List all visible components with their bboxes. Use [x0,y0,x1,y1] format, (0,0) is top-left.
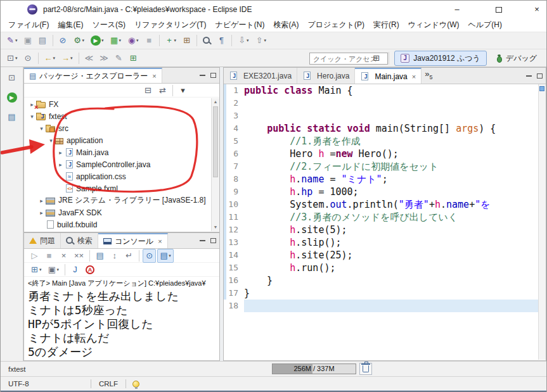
relaunch-icon[interactable]: ▷ [28,249,41,263]
new-wizard-icon[interactable]: ✎▾ [4,34,20,47]
code-line-16[interactable]: 16 } [226,274,538,287]
code-editor[interactable]: 1public class Main {234 public static vo… [224,84,538,360]
tree-item-jre-javase-1-8[interactable]: ▸JRE システム・ライブラリー [JavaSE-1.8] [24,194,211,206]
menu-item-8[interactable]: ウィンドウ(W) [404,18,464,32]
code-line-9[interactable]: 9 h.hp = 1000; [226,186,538,198]
coverage-icon[interactable]: ▦▾ [108,34,124,47]
chevron-expanded-icon[interactable]: ▾ [37,125,46,132]
run-view-icon[interactable]: ▶ [4,91,20,104]
search-icon[interactable] [200,34,214,47]
code-line-5[interactable]: 5 //1.勇者を作成 [226,135,538,148]
prev-annotation-icon[interactable]: ⇧▾ [253,34,269,47]
tree-item-main-java[interactable]: ▸Main.java [24,146,211,158]
clear-console-icon[interactable]: ▤ [93,249,106,263]
new-java-class-icon[interactable]: +▾ [163,34,179,47]
editor-tab-exe3201-java[interactable]: EXE3201.java [224,68,297,84]
tree-item-fxtest[interactable]: ▾fxtest [24,110,211,122]
tab-console[interactable]: コンソール× [98,233,168,248]
stop-icon[interactable]: ■ [143,34,156,47]
save-icon[interactable]: ▣ [22,34,35,47]
show-view-icon[interactable]: ⊞ [127,51,140,65]
code-line-1[interactable]: 1public class Main { [226,84,538,97]
editor-tab-hero-java[interactable]: Hero.java [297,68,355,84]
collapse-all-icon[interactable]: ⊟ [141,84,155,98]
menu-item-3[interactable]: リファクタリング(T) [130,18,211,32]
tree-item-application[interactable]: ▾application [24,134,211,146]
tab-search[interactable]: 検索 [61,233,98,248]
scroll-down-icon[interactable]: ▼ [212,224,219,231]
view-menu-icon[interactable]: ▾ [176,84,190,98]
last-edit-location-icon[interactable]: ≪ [82,51,96,65]
maximize-panel-button[interactable] [210,238,216,243]
open-console-icon[interactable]: ⊞▾ [28,263,44,277]
tree-item-application-css[interactable]: application.css [24,170,211,182]
close-tab-icon[interactable]: × [412,73,416,80]
terminate-icon[interactable]: ■ [42,249,56,263]
open-perspective-button[interactable]: ⊞ [370,51,383,65]
scroll-up-icon[interactable]: ▲ [212,98,219,106]
tab-package-explorer[interactable]: パッケージ・エクスプローラー × [24,68,162,83]
tree-item-javafx-sdk[interactable]: ▸JavaFX SDK [24,206,211,218]
debug-icon[interactable]: ⚙▾ [71,34,87,47]
pin-editor-icon[interactable]: ⊙ [22,51,35,65]
java-stack-trace-console-icon[interactable]: J [68,263,82,277]
new-console-view-icon[interactable]: ▣▾ [46,263,62,277]
code-line-12[interactable]: 12 h.site(5); [226,224,538,236]
code-line-7[interactable]: 7 //2.フィールドに初期値をセット [226,160,538,173]
code-line-14[interactable]: 14 h.site(25); [226,249,538,262]
new-package-icon[interactable]: ⊞ [180,34,193,47]
skip-breakpoints-icon[interactable]: ⊘ [56,34,70,47]
code-line-4[interactable]: 4 public static void main(String[] args)… [226,122,538,135]
remove-launch-icon[interactable]: × [57,249,70,263]
scrollbar-thumb[interactable] [213,106,218,177]
pin-console-icon[interactable]: ⊙ [143,249,156,263]
hidden-tabs-indicator[interactable]: »5 [422,68,435,84]
close-tab-icon[interactable]: × [158,237,162,245]
code-line-13[interactable]: 13 h.slip(); [226,236,538,249]
back-history-icon[interactable]: ←▾ [42,51,58,65]
tab-problems[interactable]: 問題 [24,233,61,248]
tree-item-src[interactable]: ▾src [24,122,211,134]
annotate-icon[interactable]: ✎ [112,51,125,65]
run-icon[interactable]: ▶▾ [88,34,106,47]
menu-item-1[interactable]: 編集(E) [53,18,87,32]
window-maximize-button[interactable] [485,1,513,18]
forward-history-icon[interactable]: →▾ [59,51,75,65]
menu-item-7[interactable]: 実行(R) [369,18,404,32]
display-console-icon[interactable]: ▤▾ [157,249,174,263]
window-close-button[interactable]: × [523,1,547,18]
minimize-panel-button[interactable] [200,240,205,241]
run-garbage-collector-button[interactable] [359,363,372,375]
link-with-editor-icon[interactable]: ⇄ [156,84,169,98]
menu-item-2[interactable]: ソース(S) [87,18,130,32]
maximize-panel-button[interactable] [210,73,216,78]
minimize-panel-button[interactable] [526,75,532,77]
code-line-18[interactable]: 18 [226,300,538,312]
print-icon[interactable]: ▤ [36,34,49,47]
minimize-panel-button[interactable] [200,75,205,76]
next-edit-location-icon[interactable]: ≫ [97,51,111,65]
views-shortcut-icon[interactable]: ▤ [4,110,20,124]
close-tab-icon[interactable]: × [152,72,156,80]
menu-item-0[interactable]: ファイル(F) [4,18,53,32]
restore-view-icon[interactable]: ⊡ [4,71,20,85]
word-wrap-icon[interactable]: ↵ [122,249,136,263]
tree-item-fx[interactable]: ▸FX [24,98,211,110]
chevron-collapsed-icon[interactable]: ▸ [56,149,65,156]
fast-view-icon[interactable]: ⊡▾ [4,51,20,65]
menu-item-5[interactable]: 検索(A) [269,18,303,32]
editor-tab-main-java[interactable]: Main.java× [355,68,422,84]
chevron-expanded-icon[interactable]: ▾ [47,137,55,144]
code-line-3[interactable]: 3 [226,110,538,122]
perspective-debug-button[interactable]: デバッグ [489,51,543,66]
tree-scrollbar[interactable]: ▲ ▼ [211,98,219,231]
menu-item-9[interactable]: ヘルプ(H) [463,18,506,32]
chevron-expanded-icon[interactable]: ▾ [28,113,36,120]
window-minimize-button[interactable]: – [443,1,471,18]
menu-item-4[interactable]: ナビゲート(N) [211,18,269,32]
overview-ruler[interactable] [538,84,546,360]
chevron-collapsed-icon[interactable]: ▸ [37,198,46,204]
code-line-15[interactable]: 15 h.run(); [226,262,538,274]
tree-item-build-fxbuild[interactable]: build.fxbuild [24,218,211,231]
console-text-area[interactable]: <終了> Main [Java アプリケーション] C:¥pleiades¥ja… [24,277,219,360]
